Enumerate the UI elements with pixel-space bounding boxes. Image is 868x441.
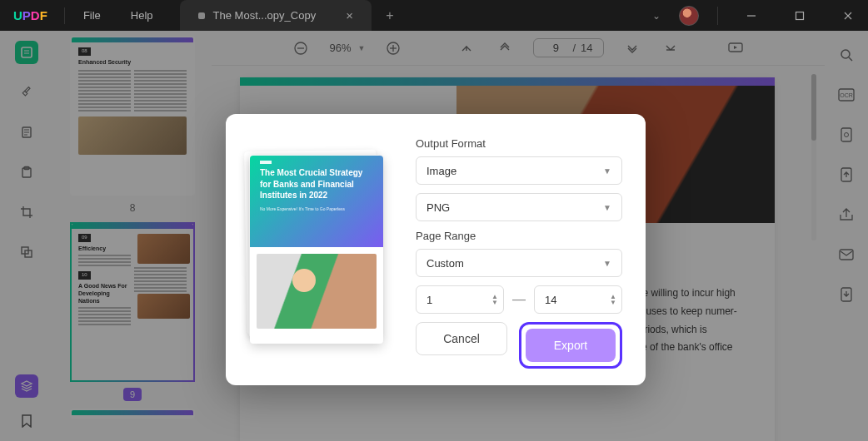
chevron-down-icon: ▼ — [603, 166, 611, 176]
spinner-icon[interactable]: ▲▼ — [610, 294, 616, 305]
tabs-dropdown-icon[interactable]: ⌄ — [652, 10, 661, 22]
chevron-down-icon: ▼ — [603, 203, 611, 212]
app-logo: UPDF — [0, 8, 61, 22]
window-minimize-icon[interactable] — [736, 0, 766, 31]
page-from-value: 1 — [427, 294, 432, 306]
export-dialog: The Most Crucial Strategy for Banks and … — [226, 114, 646, 385]
window-maximize-icon[interactable] — [785, 0, 815, 31]
new-tab-button[interactable]: + — [378, 8, 402, 23]
page-to-value: 14 — [545, 294, 556, 306]
image-type-value: PNG — [427, 201, 450, 214]
menu-help[interactable]: Help — [116, 9, 168, 22]
logo-d: D — [31, 8, 40, 22]
spinner-icon[interactable]: ▲▼ — [491, 294, 498, 305]
output-format-select[interactable]: Image ▼ — [416, 156, 622, 185]
logo-u: U — [13, 8, 22, 22]
output-format-label: Output Format — [416, 137, 622, 150]
export-highlight: Export — [519, 322, 622, 369]
document-tab[interactable]: The Most...opy_Copy × — [180, 0, 372, 31]
tab-doc-icon — [198, 12, 205, 19]
menu-file[interactable]: File — [68, 9, 116, 22]
window-close-icon[interactable] — [833, 0, 863, 31]
preview-thumbnail: The Most Crucial Strategy for Banks and … — [250, 156, 383, 344]
page-from-input[interactable]: 1 ▲▼ — [416, 285, 504, 314]
separator — [717, 7, 718, 25]
svg-rect-1 — [796, 12, 804, 19]
export-button[interactable]: Export — [526, 329, 616, 362]
page-range-label: Page Range — [416, 230, 622, 242]
app-body: 08 Enhanced Security 8 09 Efficiency 1 — [0, 31, 868, 441]
page-to-input[interactable]: 14 ▲▼ — [534, 285, 622, 314]
image-type-select[interactable]: PNG ▼ — [416, 193, 622, 221]
page-range-select[interactable]: Custom ▼ — [416, 249, 622, 277]
cancel-button[interactable]: Cancel — [416, 322, 507, 355]
chevron-down-icon: ▼ — [603, 259, 611, 268]
export-preview: The Most Crucial Strategy for Banks and … — [226, 114, 407, 385]
logo-p: P — [22, 8, 31, 22]
page-range-value: Custom — [427, 257, 464, 270]
user-avatar[interactable] — [679, 6, 699, 26]
tab-title: The Most...opy_Copy — [213, 9, 317, 22]
preview-subtitle: No More Expensive! It's Time to Go Paper… — [260, 206, 373, 211]
titlebar: UPDF File Help The Most...opy_Copy × + ⌄ — [0, 0, 868, 31]
preview-title: The Most Crucial Strategy for Banks and … — [260, 167, 373, 201]
logo-f: F — [40, 8, 47, 22]
range-dash: — — [512, 292, 526, 307]
tab-close-icon[interactable]: × — [346, 8, 353, 22]
output-format-value: Image — [427, 165, 456, 177]
separator — [64, 7, 65, 24]
